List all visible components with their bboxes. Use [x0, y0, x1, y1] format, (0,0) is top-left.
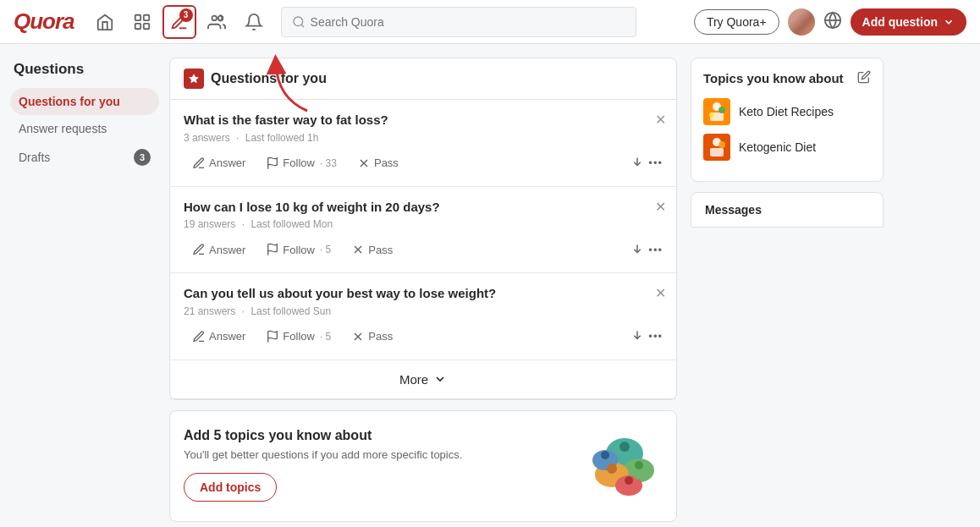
downvote-q1[interactable]	[630, 154, 645, 172]
add-topics-title: Add 5 topics you know about	[184, 428, 568, 443]
pass-icon	[351, 330, 365, 343]
more-chevron-icon	[433, 372, 447, 386]
add-question-button[interactable]: Add question	[851, 8, 966, 36]
more-row[interactable]: More	[170, 360, 676, 399]
question-1-title[interactable]: What is the faster way to fat loss?	[184, 112, 663, 129]
try-quora-button[interactable]: Try Quora+	[694, 9, 779, 35]
sidebar-item-drafts[interactable]: Drafts 3	[10, 142, 159, 173]
topic-2-name: Ketogenic Diet	[739, 140, 816, 154]
svg-point-32	[601, 451, 609, 459]
sidebar-section-title: Questions	[10, 61, 159, 78]
downvote-q3[interactable]	[630, 327, 645, 345]
search-input[interactable]	[311, 15, 625, 29]
svg-point-28	[619, 442, 630, 452]
question-item: ✕ How can I lose 10 kg of weight in 20 d…	[170, 187, 676, 274]
edit-topics-button[interactable]	[857, 70, 871, 86]
bell-icon-btn[interactable]	[237, 5, 271, 39]
question-2-right: ✕	[655, 199, 666, 215]
chevron-down-icon	[943, 16, 955, 28]
question-3-meta: 21 answers · Last followed Sun	[184, 305, 663, 317]
sidebar-item-answer-requests[interactable]: Answer requests	[10, 115, 159, 142]
topics-card: Topics you know about	[691, 58, 884, 182]
svg-point-46	[718, 141, 725, 148]
home-icon-btn[interactable]	[88, 5, 122, 39]
svg-rect-43	[703, 134, 730, 161]
question-2-dismiss[interactable]: ✕	[655, 199, 666, 215]
drafts-badge: 3	[134, 149, 151, 166]
search-bar[interactable]	[281, 7, 636, 37]
header-right: Try Quora+ Add question	[694, 8, 966, 36]
svg-rect-3	[143, 23, 148, 28]
question-1-meta: 3 answers · Last followed 1h	[184, 132, 663, 144]
pass-button-q2[interactable]: Pass	[343, 239, 401, 261]
topics-illustration	[578, 428, 663, 504]
follow-icon	[266, 156, 279, 170]
answer-button-q3[interactable]: Answer	[184, 326, 254, 348]
question-3-actions: Answer Follow · 5 Pass	[184, 326, 663, 348]
panel-header-icon	[184, 69, 204, 89]
answer-button-q2[interactable]: Answer	[184, 239, 254, 261]
question-2-title[interactable]: How can I lose 10 kg of weight in 20 day…	[184, 199, 663, 216]
pass-button-q3[interactable]: Pass	[343, 326, 401, 348]
pass-icon	[351, 243, 365, 256]
follow-icon	[266, 330, 279, 343]
nav-badge: 3	[179, 8, 193, 22]
follow-button-q3[interactable]: Follow · 5	[257, 326, 339, 348]
people-icon-btn[interactable]	[200, 5, 234, 39]
answer-button-q1[interactable]: Answer	[184, 152, 254, 174]
svg-point-42	[709, 113, 714, 118]
svg-point-41	[718, 107, 725, 113]
question-item: ✕ Can you tell us about your best way to…	[170, 273, 676, 360]
panel-header-title: Questions for you	[211, 71, 327, 86]
answer-icon	[192, 243, 206, 256]
list-icon-btn[interactable]	[125, 5, 159, 39]
svg-point-31	[625, 476, 633, 485]
topic-1-icon	[703, 98, 730, 125]
downvote-icon	[630, 327, 645, 343]
svg-point-29	[635, 461, 643, 469]
pass-icon	[357, 156, 371, 170]
main-content: Questions for you ✕ What is the faster w…	[169, 44, 677, 527]
follow-button-q1[interactable]: Follow · 33	[257, 152, 345, 174]
follow-icon	[266, 243, 279, 256]
sidebar-item-questions-for-you[interactable]: Questions for you	[10, 88, 159, 115]
questions-panel: Questions for you ✕ What is the faster w…	[169, 58, 677, 400]
answer-icon-btn[interactable]: 3	[162, 5, 196, 39]
svg-point-30	[607, 464, 617, 474]
topic-item-2[interactable]: Ketogenic Diet	[703, 134, 871, 161]
panel-header: Questions for you	[170, 58, 676, 100]
globe-icon[interactable]	[823, 11, 842, 32]
question-3-dismiss[interactable]: ✕	[655, 285, 666, 301]
nav-icons: 3	[88, 5, 271, 39]
svg-point-6	[294, 17, 303, 26]
quora-logo[interactable]: Quora	[14, 8, 74, 35]
svg-point-4	[212, 15, 217, 20]
topic-item-1[interactable]: Keto Diet Recipes	[703, 98, 871, 125]
header: Quora 3	[0, 0, 980, 44]
downvote-q2[interactable]	[630, 241, 645, 259]
answer-icon	[192, 156, 206, 170]
svg-rect-2	[135, 23, 140, 28]
question-item: ✕ What is the faster way to fat loss? 3 …	[170, 100, 676, 187]
svg-marker-10	[189, 74, 199, 83]
answer-icon	[192, 330, 206, 343]
more-options-q2[interactable]: •••	[648, 244, 663, 256]
question-1-dismiss[interactable]: ✕	[655, 112, 666, 128]
pass-button-q1[interactable]: Pass	[349, 152, 407, 174]
avatar[interactable]	[788, 8, 815, 36]
right-sidebar: Topics you know about	[677, 44, 897, 527]
messages-tab[interactable]: Messages	[691, 192, 884, 228]
follow-button-q2[interactable]: Follow · 5	[257, 239, 339, 261]
question-2-meta: 19 answers · Last followed Mon	[184, 218, 663, 230]
question-1-actions: Answer Follow · 33 Pass	[184, 152, 663, 174]
topics-card-header: Topics you know about	[703, 70, 871, 86]
question-3-title[interactable]: Can you tell us about your best way to l…	[184, 285, 663, 302]
svg-rect-45	[710, 148, 724, 156]
svg-rect-1	[143, 14, 148, 19]
add-topics-button[interactable]: Add topics	[184, 473, 277, 502]
topic-1-name: Keto Diet Recipes	[739, 105, 834, 118]
more-options-q3[interactable]: •••	[648, 330, 663, 343]
topic-2-icon	[703, 134, 730, 161]
svg-line-7	[301, 25, 304, 27]
more-options-q1[interactable]: •••	[648, 156, 663, 169]
